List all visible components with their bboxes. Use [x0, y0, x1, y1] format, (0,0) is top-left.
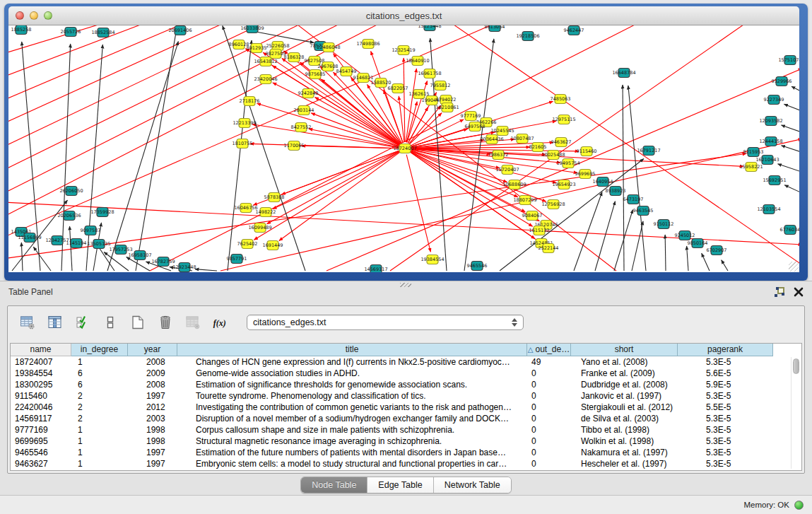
graph-node[interactable]: 8186328 — [284, 53, 305, 62]
tab-network-table[interactable]: Network Table — [434, 477, 511, 493]
table-row[interactable]: 969969511998Structural magnetic resonanc… — [11, 436, 801, 447]
graph-node[interactable]: 1170065 — [284, 141, 305, 151]
citation-network-graph[interactable]: 1885258205572618852584206914061603380978… — [8, 25, 799, 272]
graph-node[interactable]: 9084067 — [522, 211, 543, 221]
column-header-title[interactable]: title — [177, 344, 527, 356]
graph-node[interactable]: 9462447 — [564, 26, 584, 35]
graph-node[interactable]: 9850164 — [688, 239, 708, 248]
graph-node[interactable]: 13505135 — [87, 240, 110, 249]
column-header-out_de[interactable]: △out_de… — [527, 344, 571, 356]
table-row[interactable]: 1830029562008Estimation of significance … — [11, 379, 801, 390]
graph-node[interactable]: 1810755 — [233, 139, 253, 148]
graph-node[interactable]: 16543812 — [254, 57, 277, 66]
graph-node[interactable]: 17359928 — [90, 208, 114, 217]
table-scrollbar-thumb[interactable] — [793, 358, 799, 374]
graph-node[interactable]: 20364436 — [480, 135, 503, 144]
splitter-grip[interactable] — [400, 283, 411, 287]
table-row[interactable]: 946554611997Estimation of the future num… — [11, 447, 801, 458]
graph-node[interactable]: 20206536 — [57, 211, 81, 221]
graph-node[interactable]: 9465546 — [467, 262, 488, 271]
graph-node[interactable]: 20691406 — [168, 26, 192, 35]
graph-node[interactable]: 9227349 — [764, 95, 784, 105]
graph-node[interactable]: 9329966 — [772, 77, 792, 86]
graph-node[interactable]: 12923448 — [172, 263, 196, 272]
graph-node[interactable]: 26206050 — [59, 187, 83, 196]
graph-node[interactable]: 19654923 — [552, 180, 575, 189]
network-file-select[interactable]: citations_edges.txt — [247, 315, 524, 330]
graph-node[interactable]: 2522144 — [539, 244, 559, 253]
graph-node[interactable]: 9115460 — [577, 147, 597, 156]
graph-node[interactable]: 19384554 — [420, 255, 444, 264]
graph-node[interactable]: 6473197 — [623, 195, 644, 204]
graph-node[interactable]: 15958221 — [739, 163, 763, 172]
graph-node[interactable]: 7955812 — [430, 81, 451, 90]
table-scrollbar[interactable] — [791, 357, 800, 469]
table-row[interactable]: 1456911722003Disruption of a novel membe… — [11, 413, 801, 424]
graph-node[interactable]: 9097587 — [81, 226, 101, 235]
graph-node[interactable]: 16961758 — [418, 69, 441, 78]
create-column-button[interactable] — [129, 314, 146, 331]
table-row[interactable]: 946362711997Embryonic stem cells: a mode… — [11, 458, 801, 469]
tab-node-table[interactable]: Node Table — [301, 477, 367, 493]
table-row[interactable]: 911546021997Tourette syndrome. Phenomeno… — [11, 390, 801, 402]
graph-node[interactable]: 8813054 — [485, 25, 505, 32]
graph-node[interactable]: 12325419 — [392, 46, 415, 55]
graph-node[interactable]: 1691449 — [263, 241, 283, 250]
column-header-in_degree[interactable]: in_degree — [71, 344, 128, 356]
tab-edge-table[interactable]: Edge Table — [367, 477, 433, 493]
graph-node[interactable]: 16210643 — [755, 156, 779, 165]
import-table-button[interactable] — [184, 314, 201, 331]
graph-node[interactable]: 12444158 — [759, 137, 782, 146]
graph-node[interactable]: 19495754 — [556, 159, 579, 168]
graph-node[interactable]: 10807487 — [510, 134, 534, 144]
graph-node[interactable]: 15720407 — [495, 165, 519, 175]
graph-node[interactable]: 9857791 — [227, 255, 247, 264]
graph-node[interactable]: 6822057 — [388, 84, 408, 93]
graph-node[interactable]: 9463627 — [551, 138, 572, 147]
graph-node[interactable]: 7625402 — [237, 240, 258, 249]
graph-node[interactable]: 10245545 — [490, 127, 514, 136]
column-header-name[interactable]: name — [11, 344, 71, 356]
graph-node[interactable]: 15751074 — [778, 56, 799, 65]
graph-node[interactable]: 8215953 — [743, 148, 764, 157]
graph-node[interactable]: 9463545 — [633, 206, 654, 216]
graph-node[interactable]: 18640910 — [406, 57, 429, 66]
delete-column-button[interactable] — [157, 314, 174, 331]
graph-node[interactable]: 16210861 — [435, 103, 459, 112]
graph-node[interactable]: 12103554 — [757, 205, 780, 214]
column-visibility-button[interactable] — [47, 314, 64, 331]
network-graph-canvas[interactable]: 1885258205572618852584206914061603380978… — [8, 25, 799, 272]
graph-node[interactable]: 6776034 — [780, 226, 799, 235]
graph-node[interactable]: 15123448 — [418, 25, 441, 31]
table-row[interactable]: 1872400712008Changes of HCN gene express… — [11, 356, 801, 368]
graph-node[interactable]: 16958107 — [128, 251, 151, 260]
column-header-short[interactable]: short — [571, 344, 678, 356]
table-settings-button[interactable] — [19, 314, 36, 331]
graph-node[interactable]: 12213399 — [233, 119, 256, 128]
graph-node[interactable]: 12756928 — [541, 200, 565, 209]
close-panel-button[interactable] — [794, 287, 804, 297]
column-header-pagerank[interactable]: pagerank — [678, 344, 773, 356]
graph-node[interactable]: 12093582 — [759, 117, 782, 126]
graph-node[interactable]: 10025488 — [541, 151, 565, 160]
graph-node[interactable]: 14569117 — [364, 265, 387, 273]
graph-node[interactable]: 1885258 — [11, 25, 32, 35]
graph-node[interactable]: 6702907 — [707, 246, 727, 255]
graph-node[interactable]: 1615132 — [529, 226, 550, 235]
graph-node[interactable]: 16648784 — [612, 69, 635, 78]
window-resize-grip[interactable] — [789, 262, 799, 271]
column-header-year[interactable]: year — [128, 344, 177, 356]
graph-node[interactable]: 1145194 — [66, 239, 87, 248]
graph-node[interactable]: 23420046 — [254, 75, 277, 84]
graph-node[interactable]: 16046756 — [234, 204, 257, 213]
graph-node[interactable]: 2718176 — [240, 97, 260, 106]
window-titlebar[interactable]: citations_edges.txt — [8, 6, 799, 25]
float-panel-button[interactable] — [774, 287, 784, 298]
table-row[interactable]: 977716911998Corpus callosum shape and si… — [11, 424, 801, 436]
graph-node[interactable]: 7485063 — [551, 95, 571, 104]
select-all-columns-button[interactable] — [74, 314, 91, 331]
graph-node[interactable]: 15692951 — [763, 176, 786, 185]
graph-node[interactable]: 7986372 — [488, 151, 509, 160]
graph-node[interactable]: 19218506 — [516, 32, 539, 41]
table-row[interactable]: 2242004622012Investigating the contribut… — [11, 402, 801, 413]
